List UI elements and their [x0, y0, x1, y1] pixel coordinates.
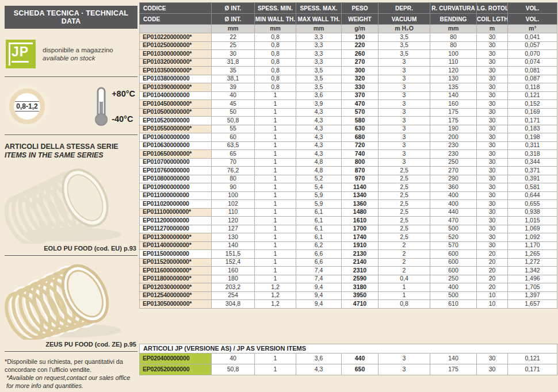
table-row: EP012030000000*203,21,29,431801400201,70…: [140, 283, 557, 292]
code-cell: EP010800000000: [140, 175, 212, 183]
value-cell: 1,069: [508, 225, 557, 233]
code-cell: EP010600000000: [140, 133, 212, 142]
value-cell: 203,2: [212, 283, 255, 292]
code-cell: EP010520000000: [140, 117, 212, 125]
value-cell: 135: [430, 83, 477, 92]
table-row: EP01052000000050,814,35803175300,171: [140, 117, 557, 125]
value-cell: 90: [212, 183, 255, 192]
column-header: [140, 25, 212, 33]
column-header: m³: [508, 25, 557, 33]
wall-thickness-icon: 0,8-1,2: [9, 89, 45, 124]
temp-min: -40°C: [112, 114, 135, 124]
main-table-body: EP010220000000*220,83,31903,580300,041EP…: [140, 33, 557, 309]
column-header: mm: [430, 25, 477, 33]
code-cell: EP010250000000*: [140, 41, 212, 50]
value-cell: 200: [430, 133, 477, 142]
value-cell: 0,8: [255, 83, 296, 92]
value-cell: 20: [477, 283, 508, 292]
value-cell: 30: [477, 141, 508, 150]
series-title-it: ARTICOLI DELLA STESSA SERIE: [5, 143, 137, 151]
value-cell: 0,644: [508, 191, 557, 200]
thermometer-icon: [94, 87, 108, 126]
code-cell: EP011800000000*: [140, 275, 212, 283]
value-cell: 60: [212, 133, 255, 142]
value-cell: 1340: [342, 191, 379, 200]
value-cell: 0,938: [508, 208, 557, 217]
value-cell: 2: [379, 241, 430, 250]
value-cell: 30: [477, 41, 508, 50]
value-cell: 127: [212, 225, 255, 233]
eolo-hose-image: [5, 164, 137, 244]
column-header: SPESS. MIN.: [255, 3, 296, 14]
value-cell: 610: [430, 300, 477, 309]
value-cell: 130: [430, 75, 477, 83]
code-cell: EP010760000000: [140, 167, 212, 175]
code-cell: EP010650000000*: [140, 150, 212, 159]
as-table-body: ARTICOLI JP (VERSIONE AS) / JP AS VERSIO…: [140, 344, 557, 375]
value-cell: 30: [477, 91, 508, 100]
code-cell: EP011000000000: [140, 191, 212, 200]
value-cell: 5,4: [296, 183, 342, 192]
value-cell: 0,8: [255, 41, 296, 50]
table-row: EP010500000000*5014,35703175300,169: [140, 108, 557, 117]
value-cell: 4,8: [296, 158, 342, 167]
value-cell: 30: [477, 158, 508, 167]
value-cell: 0,8: [379, 300, 430, 309]
table-row: EP01120000000012016,116102,5470301,015: [140, 217, 557, 225]
value-cell: 600: [430, 258, 477, 267]
value-cell: 3,5: [296, 83, 342, 92]
column-header: WEIGHT: [342, 14, 379, 25]
value-cell: 38,1: [212, 75, 255, 83]
header-row-it: CODICEØ INT.SPESS. MIN.SPESS. MAX.PESODE…: [140, 3, 557, 14]
value-cell: 6,1: [296, 208, 342, 217]
value-cell: 4,3: [296, 141, 342, 150]
value-cell: 6,2: [296, 241, 342, 250]
column-header: DEPR.: [379, 3, 430, 14]
table-row: EP0109000000009015,411402,5360300,581: [140, 183, 557, 192]
column-header: R. CURVATURA: [430, 3, 477, 14]
value-cell: 1610: [342, 217, 379, 225]
value-cell: 1740: [342, 233, 379, 242]
table-row: EP02052000000050,814,36503175300,171: [140, 364, 557, 375]
code-cell: EP013050000000*: [140, 300, 212, 309]
value-cell: 3: [379, 91, 430, 100]
value-cell: 5,2: [296, 175, 342, 183]
code-cell: EP010700000000: [140, 158, 212, 167]
value-cell: 30: [477, 133, 508, 142]
value-cell: 2,5: [379, 233, 430, 242]
table-row: EP0107000000007014,88003250300,344: [140, 158, 557, 167]
value-cell: 520: [430, 233, 477, 242]
value-cell: 3,3: [296, 50, 342, 59]
catalog-page: SCHEDA TECNICA · TECHNICAL DATA JP dispo…: [0, 0, 558, 392]
value-cell: 3,5: [296, 75, 342, 83]
column-header: VOL.: [508, 3, 557, 14]
value-cell: 76,2: [212, 167, 255, 175]
table-row: EP01076000000076,214,88702,5270300,371: [140, 167, 557, 175]
value-cell: 320: [342, 75, 379, 83]
main-table-head: CODICEØ INT.SPESS. MIN.SPESS. MAX.PESODE…: [140, 3, 557, 33]
value-cell: 500: [430, 225, 477, 233]
value-cell: 1: [255, 133, 296, 142]
value-cell: 1: [255, 175, 296, 183]
value-cell: 25: [212, 41, 255, 50]
value-cell: 6,1: [296, 225, 342, 233]
stock-text-it: disponibile a magazzino: [43, 46, 113, 54]
value-cell: 2,5: [379, 208, 430, 217]
table-row: EP01127000000012716,117002,5500301,069: [140, 225, 557, 233]
value-cell: 1: [255, 225, 296, 233]
value-cell: 110: [430, 58, 477, 67]
value-cell: 0,169: [508, 108, 557, 117]
value-cell: 160: [430, 100, 477, 109]
value-cell: 5,9: [296, 191, 342, 200]
value-cell: 2590: [342, 275, 379, 283]
table-row: EP010650000000*6514,37403230300,318: [140, 150, 557, 159]
code-cell: EP010300000000*: [140, 50, 212, 59]
value-cell: 140: [430, 353, 477, 364]
value-cell: 0,087: [508, 75, 557, 83]
value-cell: 0,8: [255, 75, 296, 83]
value-cell: 1: [255, 267, 296, 275]
code-cell: EP011200000000: [140, 217, 212, 225]
value-cell: 1,015: [508, 217, 557, 225]
value-cell: 3: [379, 158, 430, 167]
value-cell: 30: [212, 50, 255, 59]
